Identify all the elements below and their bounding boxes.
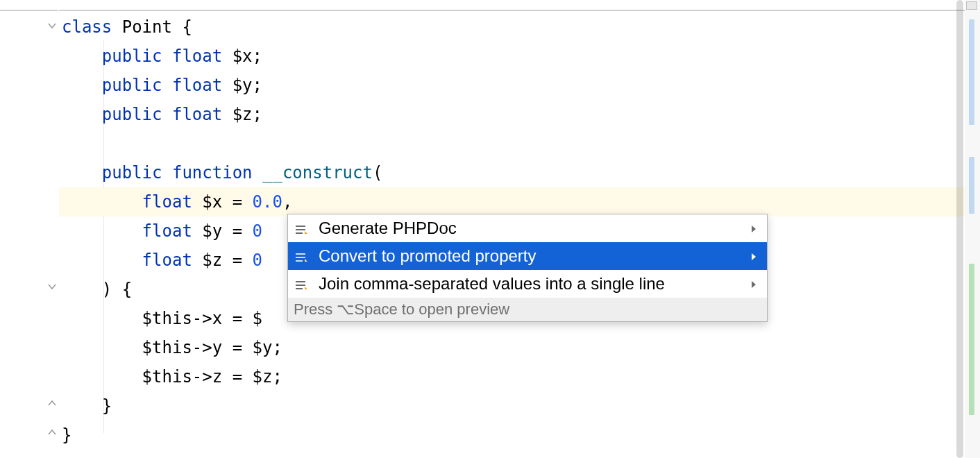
svg-rect-11 xyxy=(296,288,303,289)
marker-segment[interactable] xyxy=(969,157,974,214)
fold-icon-class-open[interactable] xyxy=(47,21,58,31)
svg-rect-3 xyxy=(296,226,305,227)
code-line[interactable]: public function __construct( xyxy=(59,158,980,187)
fold-icon-method-open[interactable] xyxy=(47,282,58,291)
intention-item-convert-promoted[interactable]: Convert to promoted property xyxy=(288,242,767,270)
intention-icon xyxy=(295,277,314,291)
fold-icon-method-close[interactable] xyxy=(47,398,58,408)
top-divider xyxy=(0,10,58,11)
code-line-empty[interactable] xyxy=(59,129,980,158)
chevron-right-icon xyxy=(750,274,767,294)
code-line[interactable]: $this->y = $y; xyxy=(59,333,980,362)
intention-item-generate-phpdoc[interactable]: Generate PHPDoc xyxy=(288,214,767,242)
svg-rect-6 xyxy=(296,253,305,255)
intention-footer-hint: Press ⌥Space to open preview xyxy=(288,298,767,321)
intention-icon xyxy=(295,249,314,263)
intention-item-join-comma[interactable]: Join comma-separated values into a singl… xyxy=(288,270,767,298)
marker-header xyxy=(966,1,977,10)
code-line[interactable]: $this->z = $z; xyxy=(59,362,980,391)
svg-rect-7 xyxy=(296,257,305,258)
gutter xyxy=(0,0,59,458)
code-line[interactable]: } xyxy=(59,421,980,450)
code-line-highlighted[interactable]: float $x = 0.0, xyxy=(59,187,980,217)
intention-actions-popup: Generate PHPDoc Convert to promoted prop… xyxy=(287,214,768,322)
svg-rect-10 xyxy=(296,285,305,286)
top-divider-code xyxy=(59,10,980,11)
svg-rect-4 xyxy=(296,229,305,230)
marker-bar xyxy=(965,0,980,458)
svg-rect-8 xyxy=(296,260,303,262)
intention-item-label: Join comma-separated values into a singl… xyxy=(319,274,750,294)
code-line[interactable]: } xyxy=(59,391,980,421)
code-line[interactable]: class Point { xyxy=(59,12,980,42)
svg-rect-5 xyxy=(296,232,303,234)
scrollbar-thumb[interactable] xyxy=(956,0,963,458)
code-line[interactable]: public float $x; xyxy=(59,42,980,71)
fold-icon-class-close[interactable] xyxy=(47,427,58,437)
svg-rect-9 xyxy=(296,281,305,282)
chevron-right-icon xyxy=(750,219,767,238)
marker-segment[interactable] xyxy=(969,264,974,415)
intention-icon xyxy=(295,221,314,235)
chevron-right-icon xyxy=(750,246,767,266)
intention-item-label: Generate PHPDoc xyxy=(319,219,750,238)
marker-segment[interactable] xyxy=(969,19,974,125)
code-line[interactable]: public float $z; xyxy=(59,100,980,129)
code-line[interactable]: public float $y; xyxy=(59,71,980,100)
intention-item-label: Convert to promoted property xyxy=(319,246,750,266)
scrollbar-track[interactable] xyxy=(955,0,965,458)
